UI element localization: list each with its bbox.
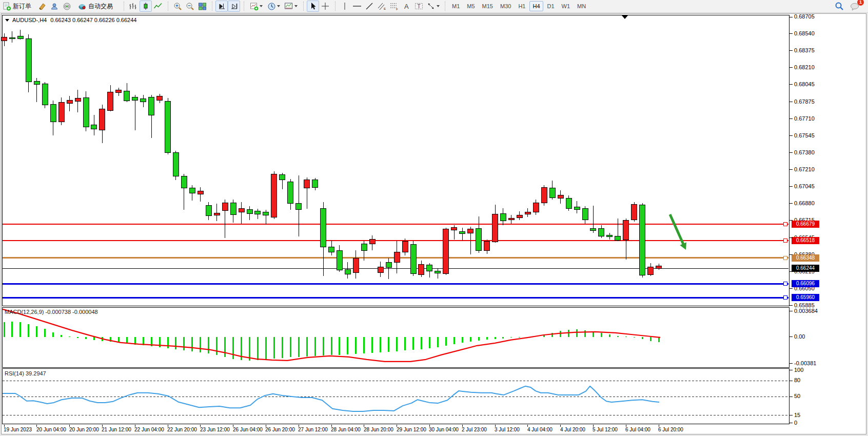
cursor-button[interactable] (307, 1, 319, 12)
main-chart-area[interactable] (2, 15, 790, 306)
hline-price-tag: 0.66679 (792, 221, 819, 228)
macd-panel[interactable] (2, 307, 790, 368)
cursor-group (307, 0, 331, 12)
axis-tick-label: 0.68705 (794, 13, 815, 19)
signal-button[interactable] (61, 1, 73, 12)
tile-windows-button[interactable] (196, 1, 208, 12)
trendline-button[interactable] (363, 1, 376, 12)
zoom-out-button[interactable] (184, 1, 196, 12)
axis-tick-label: 0.68540 (794, 30, 815, 36)
auto-scroll-button[interactable] (215, 1, 228, 12)
time-axis-label: 26 Jun 20:00 (265, 427, 295, 432)
line-chart-icon (153, 2, 163, 10)
timeframe-D1[interactable]: D1 (544, 1, 558, 11)
fibonacci-icon: F (389, 2, 399, 11)
scroll-group (215, 0, 240, 12)
trade-group: 新订单 自动交易 (0, 0, 120, 12)
hline-price-tag: 0.66348 (792, 254, 819, 262)
auto-trading-label: 自动交易 (88, 2, 113, 11)
axis-tick-label: 0.00 (794, 333, 805, 340)
candlestick-chart-button[interactable] (140, 1, 152, 12)
price-axis[interactable]: 0.687050.685400.683750.682100.680450.678… (790, 14, 865, 434)
axis-tick-label: 0.68210 (794, 64, 815, 70)
signal-icon (63, 2, 71, 11)
text-label-icon: T (415, 2, 423, 10)
timeframe-MN[interactable]: MN (574, 1, 589, 11)
vertical-line-icon (341, 2, 348, 10)
autotrade-icon (78, 2, 87, 11)
time-axis-label: 4 Jul 20:00 (560, 427, 585, 432)
templates-button[interactable] (282, 1, 300, 12)
toolbar-separator (445, 2, 446, 11)
profile-button[interactable] (48, 1, 61, 12)
timeframe-M1[interactable]: M1 (449, 1, 463, 11)
periods-clock-icon (267, 2, 276, 11)
time-axis-label: 20 Jun 20:00 (69, 427, 99, 432)
text-icon: A (403, 2, 410, 10)
crosshair-button[interactable] (319, 1, 331, 12)
timeframe-M15[interactable]: M15 (479, 1, 496, 11)
hline-price-tag: 0.66518 (792, 237, 819, 244)
bar-chart-button[interactable] (127, 1, 140, 12)
notification-badge: 1 (857, 0, 864, 6)
timeframe-H4[interactable]: H4 (529, 1, 543, 11)
rsi-label: RSI(14) 39.2947 (5, 370, 46, 376)
auto-trading-button[interactable]: 自动交易 (73, 1, 120, 12)
timeframe-W1[interactable]: W1 (559, 1, 574, 11)
bar-chart-icon (129, 2, 138, 10)
chevron-down-icon (437, 5, 440, 7)
drawing-tools-group: E F A T (339, 0, 441, 12)
templates-icon (284, 2, 293, 10)
axis-tick-label: 100 (794, 367, 803, 373)
timeframe-group: M1M5M15M30H1H4D1W1MN (448, 0, 589, 12)
fibonacci-button[interactable]: F (388, 1, 400, 12)
current-price-tag: 0.66244 (792, 265, 819, 272)
symbol-dropdown-icon[interactable] (5, 19, 9, 22)
text-button[interactable]: A (400, 1, 412, 12)
vertical-line-button[interactable] (339, 1, 351, 12)
time-axis[interactable]: 19 Jun 202320 Jun 04:0020 Jun 20:0021 Ju… (2, 425, 790, 434)
time-axis-label: 28 Jun 20:00 (364, 427, 393, 432)
zoom-in-button[interactable] (171, 1, 184, 12)
axis-tick-label: 80 (794, 377, 800, 383)
arrows-button[interactable] (425, 1, 441, 12)
chevron-down-icon (260, 5, 263, 7)
timeframe-M30[interactable]: M30 (497, 1, 514, 11)
time-axis-label: 6 Jul 20:00 (658, 427, 683, 432)
notifications-button[interactable]: 1 (849, 1, 861, 12)
ohlc-values: 0.66243 0.66247 0.66226 0.66244 (50, 17, 136, 23)
text-label-button[interactable]: T (412, 1, 425, 12)
timeframe-H1[interactable]: H1 (515, 1, 528, 11)
chevron-down-icon (294, 5, 298, 7)
tile-windows-icon (198, 2, 207, 11)
equidistant-channel-button[interactable]: E (376, 1, 388, 12)
new-order-button[interactable]: 新订单 (0, 1, 36, 12)
trendline-icon (365, 2, 373, 10)
axis-tick-label: 0.66880 (794, 200, 815, 206)
equidistant-channel-icon: E (377, 2, 386, 11)
hline-price-tag: 0.65960 (792, 294, 819, 301)
time-axis-label: 22 Jun 20:00 (167, 427, 197, 432)
horizontal-line-button[interactable] (351, 1, 363, 12)
toolbar-separator (303, 2, 304, 11)
periods-button[interactable] (265, 1, 282, 12)
indicators-icon (250, 2, 259, 11)
styler-button[interactable] (36, 1, 48, 12)
hline-price-tag: 0.66096 (792, 280, 819, 287)
axis-tick-label: 0.68375 (794, 47, 815, 53)
timeframe-M5[interactable]: M5 (464, 1, 478, 11)
time-axis-label: 4 Jul 04:00 (527, 427, 553, 432)
rsi-panel[interactable] (2, 368, 790, 424)
chart-shift-button[interactable] (228, 1, 240, 12)
time-axis-label: 6 Jul 04:00 (625, 427, 650, 432)
line-chart-button[interactable] (152, 1, 164, 12)
objects-group (247, 0, 300, 12)
time-axis-label: 28 Jun 04:00 (331, 427, 361, 432)
time-axis-label: 22 Jun 04:00 (134, 427, 164, 432)
new-order-icon (3, 2, 11, 11)
candlestick-chart-icon (142, 2, 150, 10)
indicators-button[interactable] (247, 1, 265, 12)
time-axis-label: 26 Jun 04:00 (233, 427, 263, 432)
search-button[interactable] (833, 1, 845, 12)
svg-text:F: F (396, 8, 398, 11)
